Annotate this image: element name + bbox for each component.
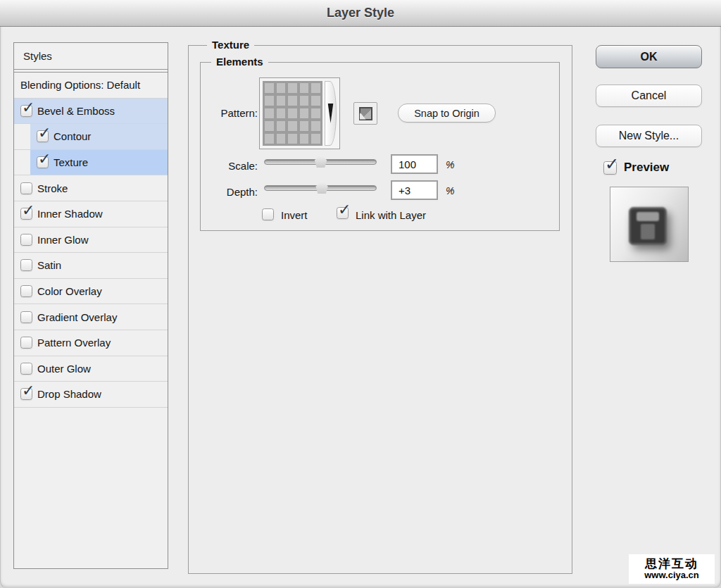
sidebar-item-drop-shadow[interactable]: Drop Shadow <box>14 382 168 408</box>
sidebar-item-blending-options-default[interactable]: Blending Options: Default <box>14 73 168 99</box>
sidebar-item-label: Inner Glow <box>37 234 89 246</box>
pattern-thumbnail[interactable] <box>263 81 322 146</box>
pattern-picker-arrow[interactable] <box>325 81 337 146</box>
scale-label: Scale: <box>200 160 258 172</box>
depth-slider[interactable] <box>264 185 377 191</box>
indent-spacer <box>14 150 30 175</box>
depth-label: Depth: <box>200 186 258 198</box>
layer-style-dialog: Layer Style Styles Blending Options: Def… <box>0 0 721 588</box>
new-style-button[interactable]: New Style... <box>596 125 702 147</box>
scale-unit: % <box>446 159 454 170</box>
sidebar-item-contour[interactable]: Contour <box>14 124 168 150</box>
watermark-line2: www.ciya.cn <box>644 570 699 580</box>
pattern-label: Pattern: <box>200 107 258 119</box>
sidebar-item-gradient-overlay[interactable]: Gradient Overlay <box>14 304 168 330</box>
texture-group-title: Texture <box>207 39 254 51</box>
sidebar-item-bevel-emboss[interactable]: Bevel & Emboss <box>14 99 168 125</box>
style-enable-checkbox[interactable] <box>20 311 32 323</box>
layer-preview-icon <box>629 207 667 245</box>
style-enable-checkbox[interactable] <box>37 130 49 142</box>
sidebar-item-label: Bevel & Emboss <box>37 105 115 117</box>
style-enable-checkbox[interactable] <box>20 182 32 194</box>
sidebar-item-label: Inner Shadow <box>37 208 103 220</box>
style-enable-checkbox[interactable] <box>20 285 32 297</box>
scale-slider[interactable] <box>264 159 377 165</box>
cancel-button[interactable]: Cancel <box>596 85 702 107</box>
sidebar-item-outer-glow[interactable]: Outer Glow <box>14 356 168 382</box>
invert-checkbox[interactable] <box>262 208 274 220</box>
sidebar-header-styles[interactable]: Styles <box>14 43 168 70</box>
elements-group-box: Elements <box>200 62 560 231</box>
sidebar-item-texture[interactable]: Texture <box>14 150 168 176</box>
new-style-label: New Style... <box>619 130 679 142</box>
sidebar-item-label: Gradient Overlay <box>37 311 117 323</box>
sidebar-item-inner-shadow[interactable]: Inner Shadow <box>14 201 168 227</box>
ok-button[interactable]: OK <box>596 45 702 68</box>
style-enable-checkbox[interactable] <box>20 363 32 375</box>
depth-input[interactable] <box>391 180 438 200</box>
layer-preview-thumbnail <box>610 187 689 262</box>
sidebar-item-label: Pattern Overlay <box>37 337 111 349</box>
style-enable-checkbox[interactable] <box>20 234 32 246</box>
sidebar-item-pattern-overlay[interactable]: Pattern Overlay <box>14 330 168 356</box>
style-list: Blending Options: DefaultBevel & EmbossC… <box>14 73 168 408</box>
styles-sidebar: Styles Blending Options: DefaultBevel & … <box>13 42 168 569</box>
sidebar-item-label: Drop Shadow <box>37 388 101 400</box>
indent-spacer <box>14 124 30 149</box>
style-enable-checkbox[interactable] <box>37 156 49 168</box>
sidebar-item-label: Satin <box>37 259 61 271</box>
sidebar-item-label: Outer Glow <box>37 363 91 375</box>
new-pattern-button[interactable] <box>353 102 377 125</box>
scale-input[interactable] <box>391 154 438 174</box>
style-enable-checkbox[interactable] <box>20 208 32 220</box>
link-with-layer-checkbox[interactable] <box>337 207 349 219</box>
sidebar-item-color-overlay[interactable]: Color Overlay <box>14 279 168 305</box>
sidebar-item-satin[interactable]: Satin <box>14 253 168 279</box>
dialog-title: Layer Style <box>327 6 394 20</box>
sidebar-item-label: Stroke <box>37 182 68 194</box>
invert-label: Invert <box>281 209 308 221</box>
style-enable-checkbox[interactable] <box>20 259 32 271</box>
pattern-picker[interactable] <box>259 77 340 149</box>
preview-label: Preview <box>624 161 669 175</box>
preview-checkbox[interactable] <box>603 161 617 175</box>
sidebar-item-label: Contour <box>54 130 91 142</box>
sidebar-item-label: Blending Options: Default <box>20 79 140 91</box>
style-enable-checkbox[interactable] <box>20 105 32 117</box>
watermark-line1: 思洋互动 <box>645 558 698 571</box>
chevron-down-icon <box>327 104 334 123</box>
link-with-layer-label: Link with Layer <box>356 209 426 221</box>
new-pattern-icon <box>359 107 372 120</box>
depth-unit: % <box>446 185 454 196</box>
title-bar[interactable]: Layer Style <box>0 0 721 27</box>
sidebar-item-label: Color Overlay <box>37 285 102 297</box>
sidebar-header-label: Styles <box>23 50 52 62</box>
ok-label: OK <box>641 51 658 63</box>
style-enable-checkbox[interactable] <box>20 337 32 349</box>
sidebar-item-inner-glow[interactable]: Inner Glow <box>14 227 168 254</box>
snap-to-origin-label: Snap to Origin <box>414 108 479 119</box>
elements-group-title: Elements <box>211 56 268 68</box>
style-enable-checkbox[interactable] <box>20 388 32 400</box>
snap-to-origin-button[interactable]: Snap to Origin <box>398 104 496 123</box>
cancel-label: Cancel <box>632 89 667 102</box>
watermark: 思洋互动 www.ciya.cn <box>629 554 715 584</box>
sidebar-item-stroke[interactable]: Stroke <box>14 175 168 201</box>
sidebar-item-label: Texture <box>54 156 88 168</box>
